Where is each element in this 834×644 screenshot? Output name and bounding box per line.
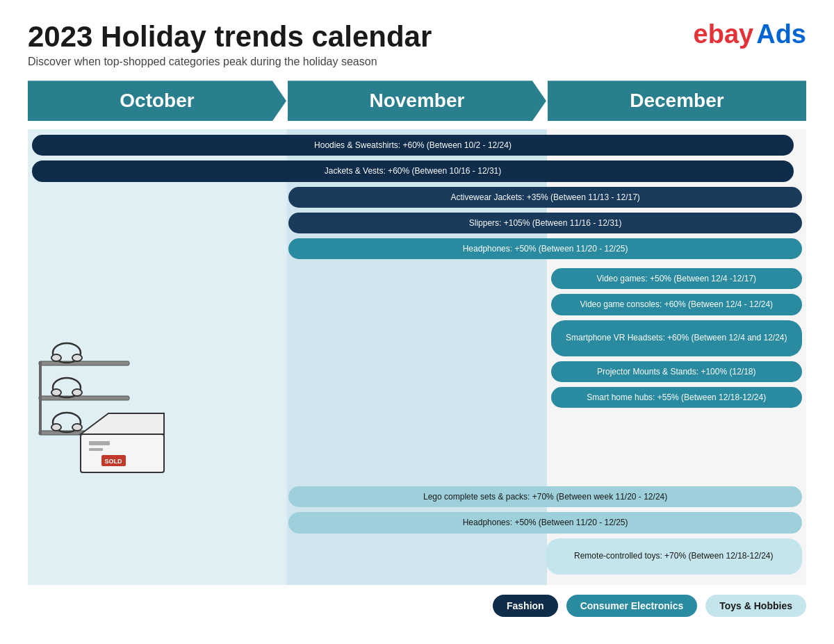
spacer-rctoys bbox=[32, 538, 546, 575]
legend-fashion: Fashion bbox=[493, 595, 558, 617]
bar-lego: Lego complete sets & packs: +70% (Betwee… bbox=[288, 486, 802, 507]
calendar-body: Hoodies & Sweatshirts: +60% (Between 10/… bbox=[28, 129, 806, 584]
bar-smarthome: Smart home hubs: +55% (Between 12/18-12/… bbox=[551, 387, 802, 408]
header-left: 2023 Holiday trends calendar Discover wh… bbox=[28, 21, 432, 68]
bar-videogames: Video games: +50% (Between 12/4 -12/17) bbox=[551, 268, 802, 289]
logo-ebay: ebay bbox=[694, 21, 754, 47]
legend-toys: Toys & Hobbies bbox=[705, 595, 806, 617]
spacer-activewear bbox=[32, 187, 288, 208]
subtitle: Discover when top-shopped categories pea… bbox=[28, 56, 432, 68]
svg-rect-14 bbox=[89, 441, 110, 445]
illustration: SOLD bbox=[32, 320, 171, 479]
bar-projector: Projector Mounts & Stands: +100% (12/18) bbox=[551, 361, 802, 382]
svg-point-6 bbox=[72, 354, 82, 361]
col-oct-image: SOLD bbox=[28, 264, 287, 486]
spacer-lego bbox=[32, 486, 288, 507]
items-layer: Hoodies & Sweatshirts: +60% (Between 10/… bbox=[28, 129, 806, 584]
logo-ads: Ads bbox=[756, 21, 806, 47]
svg-point-8 bbox=[51, 389, 61, 396]
spacer-headphones2 bbox=[32, 512, 288, 533]
svg-rect-1 bbox=[39, 396, 129, 400]
main-title: 2023 Holiday trends calendar bbox=[28, 21, 432, 53]
svg-text:SOLD: SOLD bbox=[104, 458, 122, 465]
header: 2023 Holiday trends calendar Discover wh… bbox=[28, 21, 806, 68]
logo: ebay Ads bbox=[694, 21, 806, 47]
col-nov-items bbox=[287, 264, 546, 486]
bar-slippers: Slippers: +105% (Between 11/16 - 12/31) bbox=[288, 213, 802, 233]
months-row: October November December bbox=[28, 81, 806, 121]
page: 2023 Holiday trends calendar Discover wh… bbox=[0, 0, 834, 644]
svg-rect-3 bbox=[39, 361, 42, 435]
bar-hoodies: Hoodies & Sweatshirts: +60% (Between 10/… bbox=[32, 135, 794, 156]
bar-headphones2: Headphones: +50% (Between 11/20 - 12/25) bbox=[288, 512, 802, 533]
bar-rctoys: Remote-controlled toys: +70% (Between 12… bbox=[546, 538, 802, 575]
row-mixed: SOLD Video games: +50% (Between 12/4 -12… bbox=[28, 264, 806, 486]
svg-point-9 bbox=[72, 389, 82, 396]
row-rctoys: Remote-controlled toys: +70% (Between 12… bbox=[28, 538, 806, 575]
row-jackets: Jackets & Vests: +60% (Between 10/16 - 1… bbox=[28, 160, 806, 181]
spacer-slippers bbox=[32, 213, 288, 233]
bar-consoles: Video game consoles: +60% (Between 12/4 … bbox=[551, 294, 802, 315]
row-lego: Lego complete sets & packs: +70% (Betwee… bbox=[28, 486, 806, 507]
svg-rect-13 bbox=[81, 434, 164, 472]
row-hoodies: Hoodies & Sweatshirts: +60% (Between 10/… bbox=[28, 135, 806, 156]
svg-rect-15 bbox=[89, 448, 103, 451]
row-headphones1: Headphones: +50% (Between 11/20 - 12/25) bbox=[28, 238, 806, 259]
col-dec-items: Video games: +50% (Between 12/4 -12/17) … bbox=[547, 264, 806, 486]
row-activewear: Activewear Jackets: +35% (Between 11/13 … bbox=[28, 187, 806, 208]
bar-vr: Smartphone VR Headsets: +60% (Between 12… bbox=[551, 320, 802, 356]
legend: Fashion Consumer Electronics Toys & Hobb… bbox=[28, 595, 806, 617]
row-headphones2: Headphones: +50% (Between 11/20 - 12/25) bbox=[28, 512, 806, 533]
svg-point-5 bbox=[51, 354, 61, 361]
legend-electronics: Consumer Electronics bbox=[566, 595, 698, 617]
month-october-header: October bbox=[28, 81, 286, 121]
month-november-header: November bbox=[288, 81, 546, 121]
row-slippers: Slippers: +105% (Between 11/16 - 12/31) bbox=[28, 213, 806, 233]
bar-jackets: Jackets & Vests: +60% (Between 10/16 - 1… bbox=[32, 160, 794, 181]
svg-rect-0 bbox=[39, 361, 129, 365]
spacer-headphones1 bbox=[32, 238, 288, 259]
svg-point-11 bbox=[51, 424, 61, 431]
month-december-header: December bbox=[548, 81, 806, 121]
bar-headphones1: Headphones: +50% (Between 11/20 - 12/25) bbox=[288, 238, 802, 259]
bar-activewear: Activewear Jackets: +35% (Between 11/13 … bbox=[288, 187, 802, 208]
svg-point-12 bbox=[72, 424, 82, 431]
